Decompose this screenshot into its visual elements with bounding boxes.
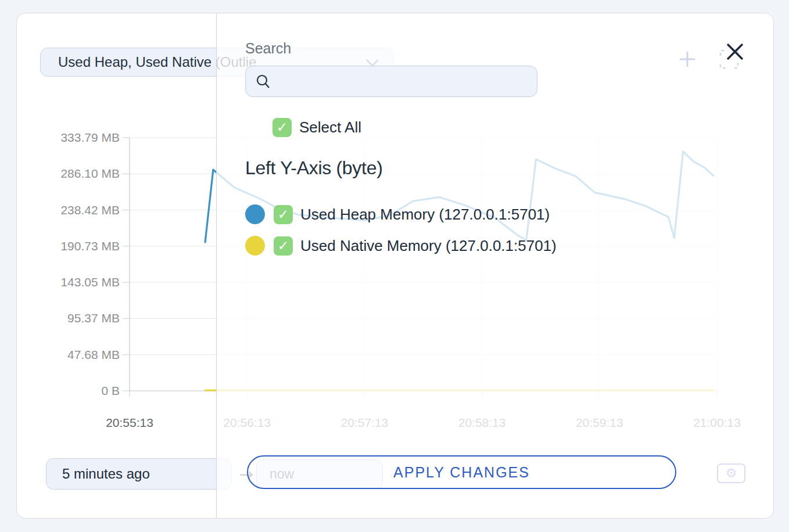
- series-option-row[interactable]: ✓Used Heap Memory (127.0.0.1:5701): [245, 204, 557, 224]
- series-color-dot: [245, 204, 265, 224]
- y-tick-label: 95.37 MB: [27, 311, 120, 325]
- close-icon: [725, 42, 745, 62]
- y-tick-label: 286.10 MB: [27, 167, 120, 181]
- y-tick-label: 238.42 MB: [27, 203, 120, 217]
- series-option-label: Used Native Memory (127.0.0.1:5701): [300, 237, 557, 255]
- axis-section-heading: Left Y-Axis (byte): [245, 157, 383, 179]
- metrics-chart-card: Used Heap, Used Native (Outlie 333.79 MB…: [16, 13, 774, 519]
- search-icon: [256, 74, 271, 90]
- check-icon: ✓: [278, 239, 289, 253]
- search-field[interactable]: [245, 66, 537, 97]
- series-checkbox-checked[interactable]: ✓: [274, 236, 293, 256]
- check-icon: ✓: [277, 121, 288, 134]
- series-checkbox-checked[interactable]: ✓: [274, 205, 293, 224]
- y-tick-label: 143.05 MB: [27, 275, 120, 289]
- y-tick-label: 47.68 MB: [27, 348, 120, 362]
- select-all-row[interactable]: ✓ Select All: [272, 118, 361, 137]
- time-from-value: 5 minutes ago: [62, 466, 150, 482]
- y-tick-label: 333.79 MB: [27, 131, 120, 145]
- y-tick-label: 190.73 MB: [27, 239, 120, 253]
- series-color-dot: [245, 236, 265, 256]
- search-input[interactable]: [276, 69, 528, 94]
- series-selection-overlay: Search ✓ Select All Left Y-Axis (byte) ✓…: [216, 13, 774, 519]
- series-option-label: Used Heap Memory (127.0.0.1:5701): [300, 206, 550, 224]
- select-all-checkbox-checked[interactable]: ✓: [272, 118, 292, 137]
- close-button[interactable]: [723, 41, 747, 64]
- apply-changes-button[interactable]: APPLY CHANGES: [247, 455, 676, 489]
- check-icon: ✓: [278, 208, 289, 221]
- select-all-label: Select All: [299, 118, 361, 136]
- series-options-list: ✓Used Heap Memory (127.0.0.1:5701)✓Used …: [245, 204, 557, 256]
- x-tick-label: 20:55:13: [95, 416, 164, 430]
- series-option-row[interactable]: ✓Used Native Memory (127.0.0.1:5701): [245, 236, 557, 256]
- search-label: Search: [245, 40, 291, 57]
- time-from-input[interactable]: 5 minutes ago: [46, 458, 232, 490]
- y-tick-label: 0 B: [27, 384, 120, 398]
